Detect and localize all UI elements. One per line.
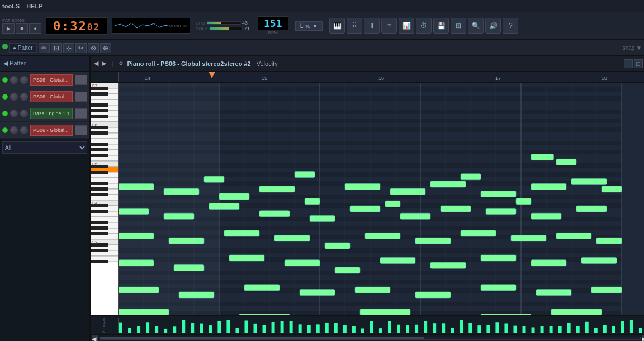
select-tool[interactable]: ⊡	[51, 43, 62, 53]
scroll-thumb[interactable]	[100, 337, 424, 339]
cpu-meter	[207, 21, 240, 25]
channel-select[interactable]: All Channel 1 Channel 2	[2, 141, 87, 154]
record-button[interactable]: ●	[29, 23, 41, 34]
pencil-tool[interactable]: ✏	[39, 43, 50, 53]
svg-rect-0	[115, 20, 169, 32]
bpm-display[interactable]: 151	[258, 16, 288, 30]
ruler-row: 14 15 16 17 18	[91, 72, 644, 83]
toolbar-icons: 🎹 ⠿ ⏸ ≡ 📊 ⏱ 💾 ⊞ 🔍 🔊 ?	[329, 18, 518, 34]
horizontal-scrollbar[interactable]: ◀ ▶	[91, 334, 644, 341]
snap-label: snap ▼	[623, 45, 642, 51]
icon-pause[interactable]: ⏸	[364, 18, 380, 34]
piano-keys	[91, 83, 119, 315]
scroll-right-btn[interactable]: ▶	[642, 335, 644, 341]
track-row-3: Bass Engine 1.1	[0, 105, 89, 122]
bpm-label: BPM	[268, 30, 278, 35]
track-knob-2a[interactable]	[10, 93, 18, 101]
zoom-tool[interactable]: ⊕	[100, 43, 111, 53]
velocity-bar: Velocity	[91, 315, 644, 334]
track-pattern-1[interactable]	[75, 75, 87, 85]
icon-clock[interactable]: ⏱	[416, 18, 432, 34]
pattern-header: ◀ Patter	[0, 56, 89, 72]
icon-pattern[interactable]: ⊞	[451, 18, 466, 34]
track-led-4[interactable]	[2, 127, 8, 133]
track-pattern-3[interactable]	[75, 108, 87, 119]
monitor-label: MONITOR	[169, 24, 187, 28]
ruler-mark-15: 15	[262, 75, 267, 81]
track-led-3[interactable]	[2, 111, 8, 116]
roll-maximize-btn[interactable]: □	[634, 59, 643, 68]
transport-bar: PAT SONG ▶ ■ ● 0:3202 MONITOR CPU 43	[0, 12, 644, 40]
sidebar: ◀ Patter PS06 - Global... PS06 - Global.…	[0, 56, 91, 341]
icon-piano[interactable]: 🎹	[329, 18, 345, 34]
cpu-label: CPU	[196, 21, 205, 26]
track-led-2[interactable]	[2, 94, 8, 100]
track-name-4[interactable]: PS06 - Global...	[30, 125, 73, 136]
menu-help[interactable]: HELP	[26, 3, 42, 10]
scroll-left-btn[interactable]: ◀	[92, 335, 98, 341]
poly-meter	[209, 27, 243, 30]
icon-save[interactable]: 💾	[433, 18, 449, 34]
brush-tool[interactable]: ⊹	[63, 43, 74, 53]
playhead-marker	[209, 72, 215, 78]
menu-tools[interactable]: tooLS	[2, 3, 20, 10]
track-knob-1a[interactable]	[10, 76, 18, 84]
minimize-btn[interactable]: ◀	[94, 60, 98, 67]
icon-speaker[interactable]: 🔊	[485, 18, 501, 34]
poly-value: 71	[244, 26, 250, 31]
track-name-3[interactable]: Bass Engine 1.1	[30, 108, 73, 119]
tool-row: ● Patter ✏ ⊡ ⊹ ✂ ⊗ ⊕ snap ▼	[0, 40, 644, 56]
song-label: SONG	[11, 18, 25, 23]
roll-minimize-btn[interactable]: _	[624, 59, 633, 68]
time-display: 0:3202	[46, 17, 107, 35]
waveform-monitor: MONITOR	[112, 18, 190, 34]
led-green	[2, 44, 8, 49]
pattern-title: ◀ Patter	[3, 60, 26, 67]
track-led-1[interactable]	[2, 77, 8, 83]
ruler-mark-18: 18	[602, 75, 607, 81]
velocity-dropdown[interactable]: Velocity	[257, 60, 278, 67]
ruler-mark-14: 14	[145, 75, 150, 81]
main-area: ◀ Patter PS06 - Global... PS06 - Global.…	[0, 56, 644, 341]
menu-bar: tooLS HELP	[0, 0, 644, 12]
tools-icon: ⚙	[119, 60, 124, 67]
scroll-track[interactable]	[100, 337, 641, 340]
track-pattern-4[interactable]	[75, 125, 87, 135]
cpu-value: 43	[242, 20, 248, 26]
icon-mixer[interactable]: ⠿	[347, 18, 362, 34]
poly-label: POLY	[196, 26, 207, 31]
piano-roll-title: Piano roll - PS06 - Global stereo2stereo…	[127, 60, 250, 67]
track-knob-3a[interactable]	[10, 110, 18, 117]
track-knob-4b[interactable]	[20, 126, 28, 134]
icon-list[interactable]: ≡	[381, 18, 397, 34]
track-knob-3b[interactable]	[20, 110, 28, 117]
stop-button[interactable]: ■	[16, 23, 28, 34]
note-grid[interactable]	[119, 83, 644, 315]
track-knob-1b[interactable]	[20, 76, 28, 84]
track-name-1[interactable]: PS06 - Global...	[30, 74, 73, 86]
velocity-canvas	[119, 315, 644, 333]
pat-label: PAT	[2, 18, 10, 23]
icon-help[interactable]: ?	[503, 18, 518, 34]
maximize-btn[interactable]: ▶	[102, 60, 106, 67]
track-row-1: PS06 - Global...	[0, 72, 89, 88]
line-selector[interactable]: Line ▼	[295, 21, 323, 31]
track-name-2[interactable]: PS06 - Global...	[30, 91, 73, 102]
erase-tool[interactable]: ✂	[75, 43, 87, 53]
mute-tool[interactable]: ⊗	[88, 43, 99, 53]
track-knob-2b[interactable]	[20, 93, 28, 101]
icon-search[interactable]: 🔍	[468, 18, 484, 34]
track-row-4: PS06 - Global...	[0, 122, 89, 139]
track-knob-4a[interactable]	[10, 126, 18, 134]
track-pattern-2[interactable]	[75, 92, 87, 102]
pattern-label: ● Patter	[9, 43, 37, 53]
ruler-corner	[91, 72, 119, 82]
track-row-2: PS06 - Global...	[0, 88, 89, 105]
velocity-label: Velocity	[102, 318, 107, 333]
edit-tools: ✏ ⊡ ⊹ ✂ ⊗ ⊕	[39, 43, 111, 53]
icon-graph[interactable]: 📊	[399, 18, 414, 34]
piano-roll-container: ◀ ▶ | ⚙ Piano roll - PS06 - Global stere…	[91, 56, 644, 341]
ruler: 14 15 16 17 18	[119, 72, 644, 83]
ruler-mark-16: 16	[378, 75, 384, 81]
play-button[interactable]: ▶	[2, 23, 15, 34]
